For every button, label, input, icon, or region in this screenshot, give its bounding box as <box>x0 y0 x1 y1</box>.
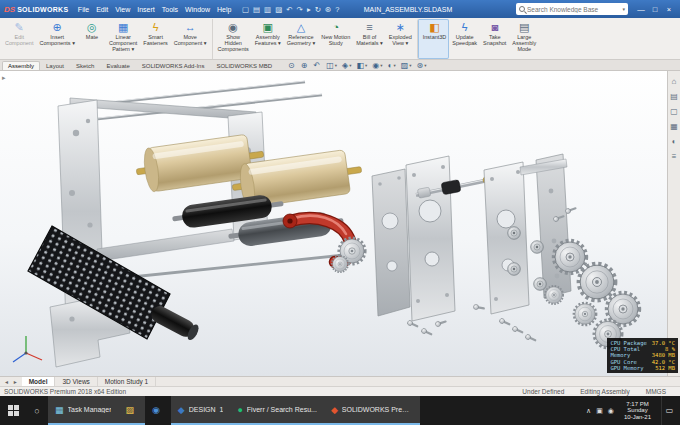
viewport-tab[interactable]: Model <box>22 377 56 386</box>
tray-chevron-icon[interactable]: ∧ <box>586 407 591 415</box>
ribbon-button-label: Pattern ▾ <box>112 46 134 52</box>
taskbar-app-button[interactable]: ▦ Task Manager <box>48 396 118 425</box>
tray-icon-1[interactable]: ▣ <box>596 407 603 415</box>
part-plate-mid-left[interactable] <box>372 169 410 316</box>
design-library-icon[interactable]: ▤ <box>670 92 678 101</box>
headsup-item[interactable]: ▨ ▾ <box>401 61 412 70</box>
featuremanager-collapse-icon[interactable]: ▸ <box>2 74 6 82</box>
close-button[interactable]: × <box>662 5 676 14</box>
taskbar-app-label: SOLIDWORKS Prem... <box>342 406 413 413</box>
graphics-area[interactable] <box>0 71 680 376</box>
tab-scroll-arrows-icon[interactable]: ◂ ▸ <box>2 378 22 385</box>
custom-properties-icon[interactable]: ≡ <box>672 152 677 161</box>
menu-item[interactable]: Help <box>214 6 235 13</box>
minimize-button[interactable]: — <box>634 5 648 14</box>
save-icon[interactable]: ▥ <box>264 5 271 14</box>
taskbar-clock[interactable]: 7:17 PM Sunday 10-Jan-21 <box>619 401 656 421</box>
ribbon-button[interactable]: △ Reference Geometry ▾ <box>284 19 318 59</box>
part-plate-right[interactable] <box>484 162 529 314</box>
status-item[interactable]: Editing Assembly <box>580 388 630 395</box>
ribbon-button[interactable]: ◔ New Motion Study <box>318 19 353 59</box>
ribbon-button-label: Mate <box>86 34 98 40</box>
task-manager-icon: ▦ <box>55 405 64 415</box>
headsup-item[interactable]: ◐ ▾ <box>388 61 396 70</box>
menu-item[interactable]: Insert <box>134 6 159 13</box>
taskbar-app-button[interactable]: ◆ SOLIDWORKS Prem... <box>324 396 420 425</box>
large-assembly-mode-icon: ▤ <box>519 21 529 34</box>
headsup-item[interactable]: ◧ ▾ <box>356 61 367 70</box>
start-button[interactable] <box>0 396 26 425</box>
redo-icon[interactable]: ↷ <box>297 5 303 14</box>
tray-icon-2[interactable]: ◉ <box>608 407 614 415</box>
zoom-to-area-icon: ⊕ <box>301 61 308 70</box>
taskbar-search-icon[interactable]: ○ <box>26 396 48 425</box>
rebuild-icon[interactable]: ↻ <box>315 5 321 14</box>
headsup-item[interactable]: ◫ ▾ <box>326 61 337 70</box>
ribbon-button[interactable]: ▦ Linear Component Pattern ▾ <box>106 19 140 59</box>
ribbon-button[interactable]: ϟ Update Speedpak <box>449 19 480 59</box>
part-lower-shaft[interactable] <box>112 255 344 279</box>
menu-item[interactable]: Window <box>182 6 214 13</box>
commandmanager-tab[interactable]: Evaluate <box>100 61 135 70</box>
commandmanager-tab[interactable]: Assembly <box>2 61 40 70</box>
print-icon[interactable]: ▨ <box>275 5 282 14</box>
headsup-item[interactable]: ↶ <box>314 61 322 70</box>
headsup-item[interactable]: ⊙ <box>288 61 296 70</box>
ribbon-button[interactable]: ▣ Assembly Features ▾ <box>252 19 284 59</box>
options-icon[interactable]: ⊛ <box>325 5 331 14</box>
headsup-item[interactable]: ⊕ <box>301 61 309 70</box>
status-item[interactable]: MMGS <box>646 388 666 395</box>
ribbon-button[interactable]: ◉ Show Hidden Components <box>212 19 252 59</box>
commandmanager-tab[interactable]: SOLIDWORKS Add-Ins <box>136 61 211 70</box>
windows-logo-icon <box>8 405 19 416</box>
part-plate-mid-right[interactable] <box>406 156 455 321</box>
undo-icon[interactable]: ↶ <box>286 5 292 14</box>
view-palette-icon[interactable]: ▦ <box>670 122 678 131</box>
headsup-item[interactable]: ◉ ▾ <box>372 61 382 70</box>
appearances-icon[interactable]: ◐ <box>672 137 677 146</box>
headsup-item[interactable]: ⊛ ▾ <box>416 61 426 70</box>
viewport-tab[interactable]: 3D Views <box>55 377 97 386</box>
maximize-button[interactable]: □ <box>648 5 662 14</box>
ribbon-button[interactable]: ✎ Edit Component <box>2 19 36 59</box>
menu-item[interactable]: View <box>112 6 134 13</box>
ribbon-button[interactable]: ◙ Take Snapshot <box>480 19 509 59</box>
new-document-icon[interactable]: ▢ <box>242 5 249 14</box>
reference-geometry-icon: △ <box>297 21 305 34</box>
ribbon-button[interactable]: ◧ Instant3D <box>417 19 450 59</box>
search-input[interactable] <box>527 6 620 13</box>
ribbon-button[interactable]: ϟ Smart Fasteners <box>140 19 170 59</box>
commandmanager-tab[interactable]: Sketch <box>70 61 100 70</box>
headsup-item[interactable]: ◈ ▾ <box>342 61 351 70</box>
file-explorer-icon[interactable]: ▢ <box>670 107 678 116</box>
menu-item[interactable]: File <box>74 6 92 13</box>
action-center-icon[interactable]: ▭ <box>661 396 677 425</box>
knowledge-search[interactable]: ▾ <box>516 3 628 15</box>
taskbar-app-button[interactable]: ◆ DESIGN_1 <box>171 396 231 425</box>
taskbar-app-button[interactable]: ◉ <box>145 396 171 425</box>
search-dropdown-icon[interactable]: ▾ <box>622 6 625 12</box>
part-gear-cluster[interactable] <box>545 241 640 349</box>
taskbar-app-button[interactable]: ● Fiverr / Search Resu... <box>230 396 323 425</box>
help-icon[interactable]: ? <box>335 5 339 14</box>
commandmanager-tab[interactable]: Layout <box>40 61 70 70</box>
ribbon-button[interactable]: ▤ Large Assembly Mode <box>509 19 539 59</box>
commandmanager-tab[interactable]: SOLIDWORKS MBD <box>210 61 278 70</box>
perf-row: GPU Memory 512 MB <box>610 365 675 371</box>
graphics-viewport[interactable]: ▸ ⌂▤▢▦◐≡ CPU Package 37.0 °C CPU Total 8… <box>0 71 680 376</box>
status-item[interactable]: Under Defined <box>522 388 564 395</box>
ribbon-button[interactable]: ≡ Bill of Materials ▾ <box>353 19 386 59</box>
open-document-icon[interactable]: ▤ <box>253 5 260 14</box>
ribbon-button[interactable]: ⊕ Insert Components ▾ <box>36 19 77 59</box>
view-settings-icon: ⊛ <box>416 61 423 70</box>
ribbon-button[interactable]: ◎ Mate <box>78 19 106 59</box>
ribbon-button[interactable]: ∗ Exploded View ▾ <box>386 19 415 59</box>
dropdown-arrow-icon: ▾ <box>380 63 382 68</box>
menu-item[interactable]: Edit <box>93 6 112 13</box>
viewport-tab[interactable]: Motion Study 1 <box>98 377 156 386</box>
select-icon[interactable]: ▸ <box>307 5 311 14</box>
taskbar-app-button[interactable]: ▨ <box>118 396 145 425</box>
menu-item[interactable]: Tools <box>158 6 181 13</box>
ribbon-button[interactable]: ↔ Move Component ▾ <box>171 19 210 59</box>
solidworks-resources-icon[interactable]: ⌂ <box>672 77 677 86</box>
